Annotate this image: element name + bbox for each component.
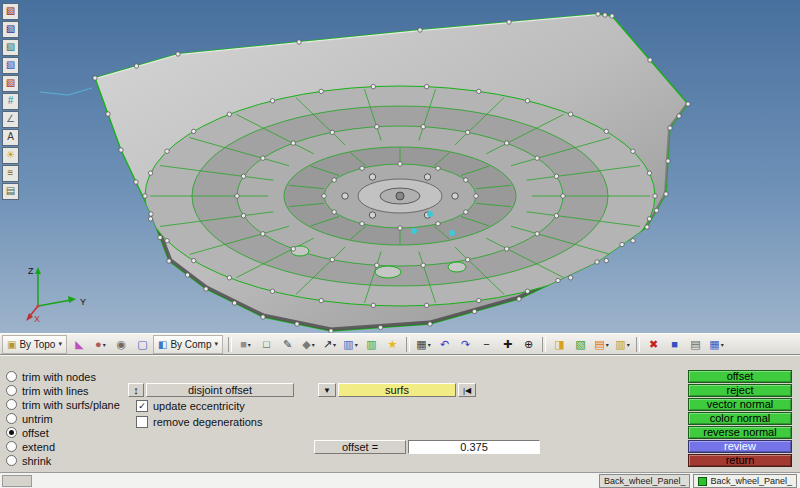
update-eccentricity-checkbox[interactable]: ✓	[136, 400, 148, 412]
offset-mode-button[interactable]: disjoint offset	[146, 383, 294, 397]
radio-circle[interactable]	[6, 441, 17, 452]
by-comp-dropdown[interactable]: ◧By Comp▾	[153, 335, 223, 354]
abc-text-icon[interactable]: A	[2, 129, 19, 146]
axis-triad: Z Y X	[24, 262, 94, 324]
radio-label: trim with lines	[22, 385, 89, 397]
radio-circle[interactable]	[6, 455, 17, 466]
measure-angle-icon[interactable]: ∠	[2, 111, 19, 128]
radio-label: shrink	[22, 455, 51, 467]
entity-dropdown-button[interactable]: ▼	[318, 383, 336, 397]
offset-value-field[interactable]: 0.375	[408, 440, 540, 454]
shaded-sphere-icon[interactable]: ●▾	[90, 335, 111, 354]
radio-label: extend	[22, 441, 55, 453]
reverse-normal-button[interactable]: reverse normal	[688, 426, 792, 439]
mesh-grid-icon[interactable]: ▦▾	[413, 335, 434, 354]
wire-cube-icon[interactable]: □	[256, 335, 277, 354]
radio-circle[interactable]	[6, 427, 17, 438]
vector-normal-button[interactable]: vector normal	[688, 398, 792, 411]
surface-edit-panel: trim with nodestrim with linestrim with …	[0, 355, 800, 472]
update-eccentricity-row[interactable]: ✓ update eccentricity	[136, 399, 245, 412]
reject-button[interactable]: reject	[688, 384, 792, 397]
radio-circle[interactable]	[6, 413, 17, 424]
tab-label: Back_wheel_Panel_	[710, 476, 792, 486]
radio-trim-with-nodes[interactable]: trim with nodes	[6, 370, 96, 383]
return-button[interactable]: return	[688, 454, 792, 467]
display-toolbar: ▣By Topo▾◣●▾◉▢◧By Comp▾■▾□✎◆▾↗▾▥▾▥★▦▾↶↷−…	[0, 333, 800, 355]
remove-degenerations-checkbox[interactable]	[136, 416, 148, 428]
radio-label: offset	[22, 427, 49, 439]
fit-target-icon[interactable]: ⊕	[518, 335, 539, 354]
radio-trim-with-surfs-plane[interactable]: trim with surfs/plane	[6, 398, 120, 411]
mode-spinner-button[interactable]: ↕	[128, 383, 144, 397]
snap-grid-icon[interactable]: ▦▾	[706, 335, 727, 354]
model-canvas	[0, 0, 800, 333]
radio-extend[interactable]: extend	[6, 440, 55, 453]
delete-cross-icon[interactable]: ✖	[643, 335, 664, 354]
screen-green-icon[interactable]: ▥	[361, 335, 382, 354]
undo-arrow-icon[interactable]: ↶	[434, 335, 455, 354]
doc-navy-icon[interactable]: ▧	[2, 21, 19, 38]
vector-tool-icon[interactable]: ↗▾	[319, 335, 340, 354]
mask-yellow-icon[interactable]: ◨	[549, 335, 570, 354]
by-topo-dropdown[interactable]: ▣By Topo▾	[2, 335, 67, 354]
zoom-out-icon[interactable]: −	[476, 335, 497, 354]
clipboard-icon[interactable]: ▤	[2, 183, 19, 200]
tab-back-wheel-panel-1[interactable]: Back_wheel_Panel_	[599, 474, 691, 488]
model-viewport[interactable]: ▧▧▧▧▧#∠A☀≡▤	[0, 0, 800, 333]
axis-y-label: Y	[80, 297, 86, 307]
axis-x-label: X	[34, 314, 40, 324]
radio-label: trim with nodes	[22, 371, 96, 383]
mask-green-icon[interactable]: ▧	[570, 335, 591, 354]
doc-red-icon[interactable]: ▧	[2, 3, 19, 20]
review-button[interactable]: review	[688, 440, 792, 453]
redo-arrow-icon[interactable]: ↷	[455, 335, 476, 354]
solid-cube-icon[interactable]: ■▾	[235, 335, 256, 354]
radio-untrim[interactable]: untrim	[6, 412, 53, 425]
tab-label: Back_wheel_Panel_	[604, 476, 686, 486]
favorites-star-icon[interactable]: ★	[382, 335, 403, 354]
doc-maroon-icon[interactable]: ▧	[2, 75, 19, 92]
left-icon-toolbar: ▧▧▧▧▧#∠A☀≡▤	[2, 3, 19, 200]
diamond-tool-icon[interactable]: ◆▾	[298, 335, 319, 354]
model-tabs: Back_wheel_Panel_ Back_wheel_Panel_	[599, 474, 797, 488]
radio-trim-with-lines[interactable]: trim with lines	[6, 384, 89, 397]
note-card-icon[interactable]: ▤	[685, 335, 706, 354]
radio-circle[interactable]	[6, 399, 17, 410]
selector-reset-button[interactable]: |◀	[458, 383, 476, 397]
mask-gold-icon[interactable]: ▥▾	[612, 335, 633, 354]
numbers-123-icon[interactable]: #	[2, 93, 19, 110]
toolbar-separator	[228, 337, 232, 352]
display-monitor-icon[interactable]: ▢	[132, 335, 153, 354]
status-bar: Back_wheel_Panel_ Back_wheel_Panel_	[0, 472, 800, 488]
checkbox-label: remove degenerations	[153, 416, 262, 428]
radio-circle[interactable]	[6, 371, 17, 382]
lightbulb-icon[interactable]: ☀	[2, 147, 19, 164]
radio-circle[interactable]	[6, 385, 17, 396]
statusbar-grip[interactable]	[2, 475, 32, 487]
tab-back-wheel-panel-2[interactable]: Back_wheel_Panel_	[693, 474, 797, 488]
tab2-icon	[698, 477, 707, 486]
radio-offset[interactable]: offset	[6, 426, 49, 439]
mask-orange-icon[interactable]: ▤▾	[591, 335, 612, 354]
surfs-selector[interactable]: surfs	[338, 383, 456, 397]
display-toolbar-items: ▣By Topo▾◣●▾◉▢◧By Comp▾■▾□✎◆▾↗▾▥▾▥★▦▾↶↷−…	[2, 335, 727, 354]
offset-value-label-button[interactable]: offset =	[314, 440, 406, 454]
color-normal-button[interactable]: color normal	[688, 412, 792, 425]
radio-label: untrim	[22, 413, 53, 425]
layers-stack-icon[interactable]: ≡	[2, 165, 19, 182]
wireframe-sphere-icon[interactable]: ◉	[111, 335, 132, 354]
doc-teal-icon[interactable]: ▧	[2, 39, 19, 56]
toolbar-separator	[542, 337, 546, 352]
toolbar-separator	[636, 337, 640, 352]
checkbox-label: update eccentricity	[153, 400, 245, 412]
view-cone-icon[interactable]: ◣	[69, 335, 90, 354]
radio-shrink[interactable]: shrink	[6, 454, 51, 467]
offset-button[interactable]: offset	[688, 370, 792, 383]
entity-blue-icon[interactable]: ■	[664, 335, 685, 354]
toolbar-separator	[406, 337, 410, 352]
draw-line-icon[interactable]: ✎	[277, 335, 298, 354]
doc-blue-icon[interactable]: ▧	[2, 57, 19, 74]
zoom-in-icon[interactable]: ✚	[497, 335, 518, 354]
remove-degenerations-row[interactable]: remove degenerations	[136, 415, 262, 428]
screen-blue-icon[interactable]: ▥▾	[340, 335, 361, 354]
